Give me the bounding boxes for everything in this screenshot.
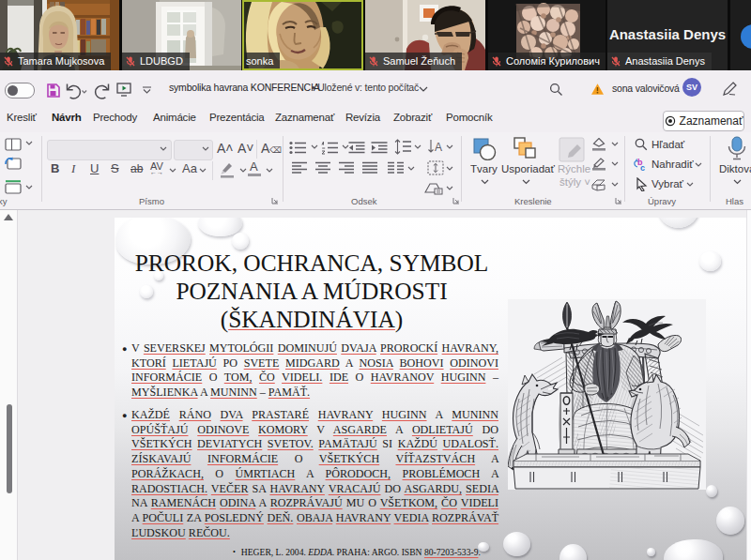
svg-text:c: c <box>640 163 645 172</box>
svg-text:A: A <box>435 141 442 154</box>
